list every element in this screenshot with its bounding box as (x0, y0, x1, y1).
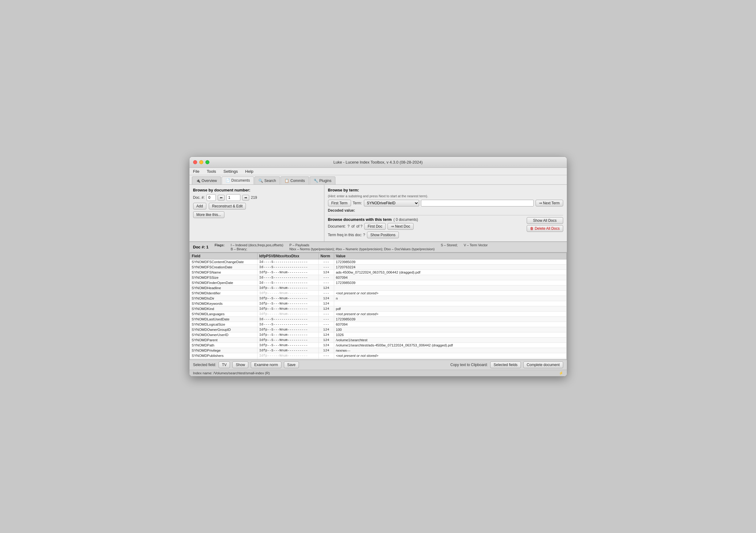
cell-norm: --- (318, 353, 334, 358)
flags-title: Flags: (215, 243, 225, 247)
cell-norm: 124 (318, 348, 334, 353)
cell-idfp: Idfp--S---Nnum---------- (257, 301, 318, 306)
save-button[interactable]: Save (284, 362, 299, 368)
cell-norm: 124 (318, 301, 334, 306)
cell-norm: --- (318, 312, 334, 317)
left-panel: Browse by document number: Doc. #: ⬅ ➡ 2… (189, 185, 324, 241)
table-row[interactable]: SYNOMDKindIdfp--S---Nnum----------124pdf (190, 306, 566, 312)
examine-norm-button[interactable]: Examine norm (251, 362, 281, 368)
table-row[interactable]: SYNOMDIsDirIdfp--S---Nnum----------124n (190, 296, 566, 301)
status-icon: ⚡ (559, 371, 563, 375)
cell-norm: 124 (318, 296, 334, 301)
document-table: Field IdfpPSVBNtxx#txxDtxx Norm Value SY… (190, 253, 567, 360)
cell-idfp: Idfp--S---Nnum---------- (257, 332, 318, 338)
tab-documents[interactable]: 📄 Documents (222, 176, 254, 184)
show-field-button[interactable]: Show (232, 362, 248, 368)
table-row[interactable]: SYNOMDFSNameIdfp--S---Nnum----------124a… (190, 270, 566, 275)
cell-value: n (334, 296, 566, 301)
table-row[interactable]: SYNOMDFSSizeId----S--------------------6… (190, 275, 566, 280)
col-header-norm: Norm (318, 253, 334, 260)
table-row[interactable]: SYNOMDPublishersIdfp------Nnum----------… (190, 353, 566, 358)
cell-value: <not present or not stored> (334, 312, 566, 317)
document-table-wrapper[interactable]: Field IdfpPSVBNtxx#txxDtxx Norm Value SY… (189, 252, 567, 360)
menu-file[interactable]: File (192, 168, 201, 174)
table-row[interactable]: SYNOMDLogicalSizeId----S----------------… (190, 322, 566, 327)
flag-indexed: I – Indexed (docs,freqs,pos,offsets) (230, 243, 283, 247)
browse-hint: (Hint: enter a substring and press Next … (328, 194, 563, 198)
table-row[interactable]: SYNOMDFinderOpenDateId----S-------------… (190, 280, 566, 286)
cell-idfp: Idfp------Nnum---------- (257, 353, 318, 358)
cell-value: 1723985039 (334, 280, 566, 286)
tv-button[interactable]: TV (219, 362, 230, 368)
add-button[interactable]: Add (193, 203, 206, 210)
table-row[interactable]: SYNOMDPathIdfp--S---Nnum----------124/vo… (190, 343, 566, 348)
cell-field: SYNOMDKind (190, 306, 257, 312)
reconstruct-edit-button[interactable]: Reconstruct & Edit (209, 203, 246, 210)
first-doc-button[interactable]: First Doc (364, 223, 386, 230)
cell-norm: 124 (318, 286, 334, 291)
cell-norm: 124 (318, 327, 334, 332)
menu-tools[interactable]: Tools (205, 168, 217, 174)
minimize-button[interactable] (199, 160, 203, 164)
prev-doc-arrow[interactable]: ⬅ (218, 195, 225, 201)
more-like-this-button[interactable]: More like this... (193, 211, 225, 218)
cell-norm: 124 (318, 332, 334, 338)
delete-all-docs-button[interactable]: 🗑 Delete All Docs (527, 225, 563, 232)
menu-settings[interactable]: Settings (222, 168, 239, 174)
cell-norm: 124 (318, 270, 334, 275)
cell-value: 1723985039 (334, 317, 566, 322)
table-row[interactable]: SYNOMDOwnerGroupIDIdfp--S---Nnum--------… (190, 327, 566, 332)
tab-plugins[interactable]: 🔧 Plugins (310, 176, 336, 184)
show-positions-button[interactable]: Show Positions (367, 232, 399, 238)
cell-norm: --- (318, 260, 334, 265)
flag-binary: B – Binary; (230, 247, 283, 251)
first-term-button[interactable]: First Term (328, 200, 351, 207)
next-term-button[interactable]: ⇒ Next Term (536, 200, 563, 207)
flag-stored: S – Stored; (441, 243, 458, 247)
show-all-docs-button[interactable]: Show All Docs (527, 217, 563, 224)
table-row[interactable]: SYNOMDLanguagesIdfp------Nnum-----------… (190, 312, 566, 317)
selected-fields-button[interactable]: Selected fields (490, 362, 521, 368)
table-row[interactable]: SYNOMDIdentifierIdfp------Nnum----------… (190, 291, 566, 296)
cell-field: SYNOMDKeywords (190, 301, 257, 306)
cell-idfp: Idfp--S---Nnum---------- (257, 348, 318, 353)
cell-idfp: Id----S----------------- (257, 317, 318, 322)
traffic-lights (193, 160, 209, 164)
doc-number-input[interactable] (207, 194, 216, 201)
table-row[interactable]: SYNOMDLastUsedDateId----S---------------… (190, 317, 566, 322)
doc-max-number: 219 (251, 195, 257, 200)
tab-commits[interactable]: 📋 Commits (281, 176, 309, 184)
table-row[interactable]: SYNOMDParentIdfp--S---Nnum----------124/… (190, 338, 566, 343)
doc-number-value-input[interactable] (227, 194, 240, 201)
table-row[interactable]: SYNOMDPrivilegeIdfp--S---Nnum----------1… (190, 348, 566, 353)
table-row[interactable]: SYNOMDHeadlineIdfp--S---Nnum----------12… (190, 286, 566, 291)
tab-search[interactable]: 🔍 Search (255, 176, 280, 184)
cell-field: SYNOMDPublishers (190, 353, 257, 358)
cell-norm: --- (318, 317, 334, 322)
doc-info-bar: Doc #: 1 Flags: I – Indexed (docs,freqs,… (189, 242, 567, 252)
table-row[interactable]: SYNOMDFSCreationDateId----S-------------… (190, 265, 566, 270)
menu-bar: File Tools Settings Help (189, 168, 567, 175)
cell-field: SYNOMDOwnerGroupID (190, 327, 257, 332)
close-button[interactable] (193, 160, 197, 164)
table-row[interactable]: SYNOMDKeywordsIdfp--S---Nnum----------12… (190, 301, 566, 306)
cell-norm: --- (318, 280, 334, 286)
table-row[interactable]: SYNOMDFSContentChangeDateId----S--------… (190, 260, 566, 265)
main-window: Luke - Lucene Index Toolbox, v 4.3.0 (08… (189, 157, 567, 376)
cell-norm: 124 (318, 338, 334, 343)
term-field-select[interactable]: SYNODriveFileID (364, 200, 419, 207)
maximize-button[interactable] (205, 160, 209, 164)
menu-help[interactable]: Help (244, 168, 255, 174)
next-doc-arrow[interactable]: ➡ (242, 195, 249, 201)
tab-overview[interactable]: 🔌 Overview (192, 176, 221, 184)
cell-norm: --- (318, 322, 334, 327)
table-row[interactable]: SYNOMDOwnerUserIDIdfp--S---Nnum---------… (190, 332, 566, 338)
cell-norm: --- (318, 291, 334, 296)
next-doc-button[interactable]: ⇒ Next Doc (388, 223, 414, 230)
cell-value: /volume1/searchtest/ads-4500w_07122024_0… (334, 343, 566, 348)
complete-document-button[interactable]: Complete document (523, 362, 563, 368)
term-search-input[interactable] (421, 200, 534, 207)
cell-idfp: Idfp------Nnum---------- (257, 291, 318, 296)
cell-field: SYNOMDLastUsedDate (190, 317, 257, 322)
cell-field: SYNOMDOwnerUserID (190, 332, 257, 338)
